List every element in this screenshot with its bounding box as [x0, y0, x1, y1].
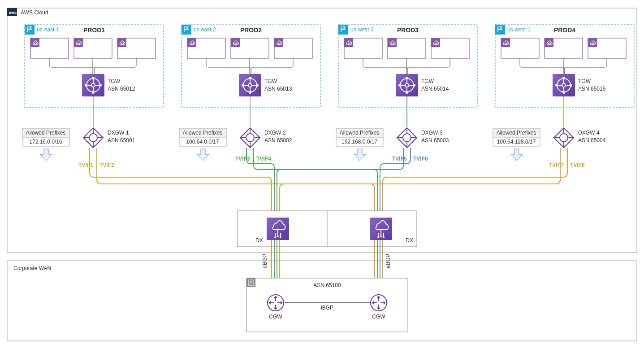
cgw-asn: ASN 65100	[313, 282, 341, 288]
vpc-box	[344, 38, 382, 58]
region-name: PROD2	[240, 26, 262, 34]
ibgp-label: iBGP	[321, 305, 333, 311]
allowed-prefixes-3: Allowed Prefixes 192.168.0.0/17	[336, 128, 383, 161]
vpc-box	[74, 38, 112, 58]
ebgp-label: eBGP	[385, 254, 391, 268]
tgw-asn: ASN 65015	[578, 86, 606, 92]
dxgw-4: DXGW-4 ASN 65004	[554, 128, 606, 148]
region-code: us-east-2	[194, 26, 216, 33]
tvif5-path	[277, 148, 403, 218]
allowed-prefixes-4: Allowed Prefixes 100.64.128.0/17	[493, 128, 540, 161]
tgw-icon	[553, 74, 575, 96]
dx-icon	[267, 218, 289, 240]
cgw-router-icon	[371, 295, 387, 311]
corporate-wan-title: Corporate WAN	[13, 265, 51, 271]
down-arrow-icon	[354, 149, 366, 161]
dxgw-1: DXGW-1 ASN 65001	[83, 128, 135, 148]
region-code: us-west-1	[507, 26, 531, 33]
dxgw-label: DXGW-1	[108, 130, 129, 136]
prefix-title: Allowed Prefixes	[340, 130, 380, 136]
tvif-label: TVIF8	[570, 162, 585, 168]
region-us-west-2: us-west-2 PROD3 TGW ASN 65014	[338, 25, 477, 108]
tvif-label: TVIF7	[549, 162, 564, 168]
prefix-title: Allowed Prefixes	[497, 130, 536, 136]
tvif-label: TVIF3	[235, 156, 250, 162]
datacenter-icon	[246, 278, 255, 287]
vpc-box	[30, 38, 69, 58]
dx-label: DX	[406, 237, 413, 244]
tgw-icon	[396, 74, 418, 96]
cgw-router-icon	[268, 295, 284, 311]
tgw-asn: ASN 65012	[108, 86, 135, 92]
aws-cloud-title: AWS Cloud	[21, 9, 48, 16]
dxgw-asn: ASN 65002	[264, 137, 292, 144]
aws-logo-text: aws	[9, 10, 17, 15]
region-us-east-2: us-east-2 PROD2 TGW ASN 65013	[182, 25, 320, 108]
dxgw-icon	[554, 128, 574, 148]
region-us-west-1: us-west-1 PROD4 TGW ASN 65015	[495, 25, 634, 108]
dxgw-label: DXGW-3	[421, 130, 443, 136]
prefix-value: 100.64.0.0/17	[186, 139, 219, 145]
dxgw-3: DXGW-3 ASN 65003	[397, 128, 449, 148]
region-flag-icon	[495, 25, 505, 35]
tgw-label: TGW	[264, 78, 277, 84]
down-arrow-icon	[40, 149, 52, 161]
region-name: PROD1	[83, 26, 105, 34]
dxgw-asn: ASN 65001	[108, 137, 135, 144]
vpc-box	[501, 38, 539, 58]
tgw-label: TGW	[421, 78, 434, 84]
vpc-box	[231, 38, 269, 58]
allowed-prefixes-2: Allowed Prefixes 100.64.0.0/17	[179, 128, 226, 161]
tvif-label: TVIF1	[78, 162, 93, 168]
cgw-label: CGW	[372, 314, 385, 320]
tvif-label: TVIF4	[256, 156, 271, 162]
down-arrow-icon	[197, 149, 209, 161]
vpc-box	[388, 38, 426, 58]
region-name: PROD4	[554, 26, 575, 34]
allowed-prefixes-1: Allowed Prefixes 172.16.0.0/16	[22, 128, 69, 161]
tgw-label: TGW	[108, 78, 121, 84]
tvif-label: TVIF5	[392, 156, 407, 162]
dxgw-icon	[397, 128, 417, 148]
prefix-title: Allowed Prefixes	[26, 130, 66, 136]
dxgw-label: DXGW-4	[578, 130, 600, 136]
vpc-box	[545, 38, 583, 58]
region-us-east-1: us-east-1 PROD1 TGW ASN 65012	[25, 25, 164, 108]
vpc-box	[274, 38, 312, 58]
region-flag-icon	[338, 25, 348, 35]
dxgw-2: DXGW-2 ASN 65002	[240, 128, 292, 148]
tgw-icon	[239, 74, 261, 96]
tgw-asn: ASN 65014	[421, 86, 449, 92]
vpc-box	[431, 38, 469, 58]
prefix-value: 100.64.128.0/17	[497, 139, 536, 145]
tgw-asn: ASN 65013	[264, 86, 292, 92]
ebgp-label: eBGP	[262, 254, 268, 268]
vpc-box	[187, 38, 225, 58]
region-flag-icon	[182, 25, 191, 35]
cgw-label: CGW	[269, 314, 282, 320]
dxgw-label: DXGW-2	[264, 130, 286, 136]
dxgw-icon	[240, 128, 260, 148]
tgw-label: TGW	[578, 78, 591, 84]
vpc-box	[588, 38, 626, 58]
prefix-value: 192.168.0.0/17	[341, 139, 377, 145]
dxgw-asn: ASN 65003	[421, 137, 449, 144]
prefix-title: Allowed Prefixes	[183, 130, 223, 136]
dx-label: DX	[255, 237, 263, 244]
region-flag-icon	[25, 25, 35, 35]
tvif-label: TVIF2	[99, 162, 114, 168]
tvif-label: TVIF6	[413, 156, 428, 162]
tgw-icon	[82, 74, 104, 96]
dxgw-icon	[83, 128, 103, 148]
region-code: us-east-1	[37, 26, 59, 33]
vpc-box	[117, 38, 156, 58]
region-name: PROD3	[397, 26, 419, 34]
dx-icon	[370, 218, 392, 240]
prefix-value: 172.16.0.0/16	[29, 139, 62, 145]
down-arrow-icon	[511, 149, 523, 161]
region-code: us-west-2	[350, 26, 374, 33]
dxgw-asn: ASN 65004	[578, 137, 606, 144]
